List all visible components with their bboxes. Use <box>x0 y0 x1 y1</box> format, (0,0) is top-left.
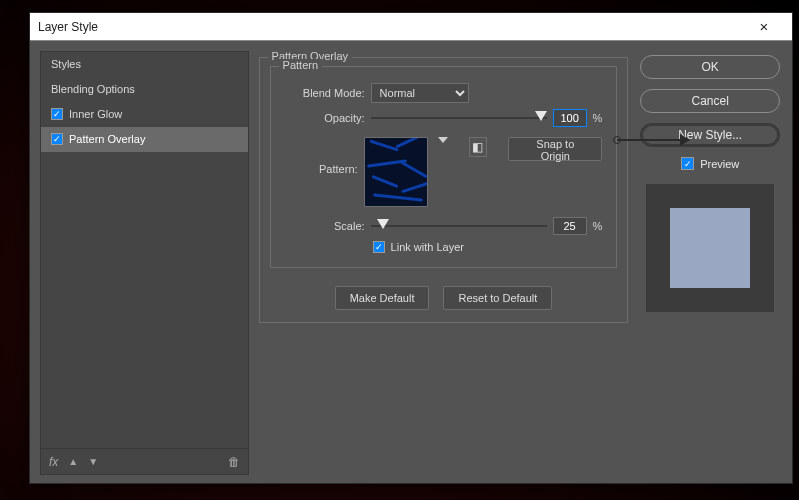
blend-mode-label: Blend Mode: <box>285 87 365 99</box>
titlebar: Layer Style × <box>30 13 792 41</box>
sidebar-item-styles[interactable]: Styles <box>41 52 248 77</box>
row-blend-mode: Blend Mode: Normal <box>285 83 603 103</box>
scale-unit: % <box>593 220 603 232</box>
sidebar-footer: fx ▲ ▼ 🗑 <box>41 448 248 474</box>
pattern-swatch[interactable] <box>364 137 428 207</box>
row-scale: Scale: 25 % <box>285 217 603 235</box>
row-opacity: Opacity: 100 % <box>285 109 603 127</box>
row-pattern: Pattern: ◧ <box>285 137 603 207</box>
sidebar-item-blending-options[interactable]: Blending Options <box>41 77 248 102</box>
snap-to-origin-button[interactable]: Snap to Origin <box>508 137 602 161</box>
trash-icon[interactable]: 🗑 <box>228 455 240 469</box>
new-style-button[interactable]: New Style... <box>640 123 780 147</box>
pattern-overlay-group: Pattern Overlay Pattern Blend Mode: Norm… <box>259 57 629 323</box>
scale-field[interactable]: 25 <box>553 217 587 235</box>
preview-toggle-row: ✓ Preview <box>681 157 739 170</box>
right-panel: OK Cancel New Style... ✓ Preview <box>638 51 782 475</box>
make-default-button[interactable]: Make Default <box>335 286 430 310</box>
pattern-fieldset: Pattern Blend Mode: Normal Opacity: <box>270 66 618 268</box>
sidebar-item-inner-glow[interactable]: ✓ Inner Glow <box>41 102 248 127</box>
default-buttons-row: Make Default Reset to Default <box>270 286 618 310</box>
preview-checkbox[interactable]: ✓ <box>681 157 694 170</box>
link-with-layer-label: Link with Layer <box>391 241 464 253</box>
sidebar-label: Pattern Overlay <box>69 133 145 145</box>
sidebar-label: Inner Glow <box>69 108 122 120</box>
fx-icon[interactable]: fx <box>49 455 58 469</box>
sidebar-label: Styles <box>51 58 81 70</box>
close-icon[interactable]: × <box>744 13 784 40</box>
preview-box <box>646 184 774 312</box>
layer-style-dialog: Layer Style × Styles Blending Options ✓ … <box>29 12 793 484</box>
annotation-arrow <box>617 139 689 141</box>
styles-sidebar: Styles Blending Options ✓ Inner Glow ✓ P… <box>40 51 249 475</box>
sidebar-item-pattern-overlay[interactable]: ✓ Pattern Overlay <box>41 127 248 152</box>
pattern-label: Pattern: <box>285 137 358 175</box>
scale-slider[interactable] <box>371 218 547 234</box>
ok-button[interactable]: OK <box>640 55 780 79</box>
scale-label: Scale: <box>285 220 365 232</box>
preview-swatch <box>670 208 750 288</box>
reset-default-button[interactable]: Reset to Default <box>443 286 552 310</box>
opacity-slider[interactable] <box>371 110 547 126</box>
new-preset-icon[interactable]: ◧ <box>469 137 487 157</box>
fieldset-title: Pattern <box>279 59 322 71</box>
sidebar-label: Blending Options <box>51 83 135 95</box>
row-link-with-layer: ✓ Link with Layer <box>373 241 603 253</box>
link-with-layer-checkbox[interactable]: ✓ <box>373 241 385 253</box>
pattern-dropdown-icon[interactable] <box>438 137 448 143</box>
opacity-unit: % <box>593 112 603 124</box>
move-down-icon[interactable]: ▼ <box>88 456 98 467</box>
checkbox-icon[interactable]: ✓ <box>51 133 63 145</box>
cancel-button[interactable]: Cancel <box>640 89 780 113</box>
move-up-icon[interactable]: ▲ <box>68 456 78 467</box>
checkbox-icon[interactable]: ✓ <box>51 108 63 120</box>
preview-label: Preview <box>700 158 739 170</box>
styles-list: Styles Blending Options ✓ Inner Glow ✓ P… <box>41 52 248 448</box>
opacity-field[interactable]: 100 <box>553 109 587 127</box>
dialog-title: Layer Style <box>38 20 744 34</box>
center-panel: Pattern Overlay Pattern Blend Mode: Norm… <box>259 51 629 475</box>
dialog-body: Styles Blending Options ✓ Inner Glow ✓ P… <box>30 41 792 483</box>
blend-mode-select[interactable]: Normal <box>371 83 469 103</box>
opacity-label: Opacity: <box>285 112 365 124</box>
